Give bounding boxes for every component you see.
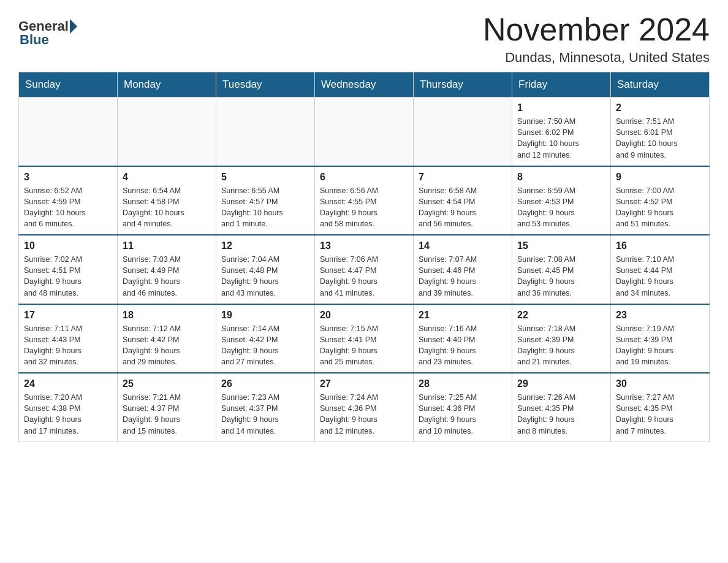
day-info: Sunrise: 7:02 AM Sunset: 4:51 PM Dayligh…: [24, 254, 112, 299]
day-info: Sunrise: 7:07 AM Sunset: 4:46 PM Dayligh…: [419, 254, 507, 299]
day-info: Sunrise: 7:24 AM Sunset: 4:36 PM Dayligh…: [320, 392, 408, 437]
day-number: 4: [123, 172, 211, 183]
day-number: 15: [517, 240, 605, 251]
calendar-day-cell: 21Sunrise: 7:16 AM Sunset: 4:40 PM Dayli…: [414, 304, 512, 373]
calendar-week-row: 17Sunrise: 7:11 AM Sunset: 4:43 PM Dayli…: [19, 304, 710, 373]
calendar-day-cell: 26Sunrise: 7:23 AM Sunset: 4:37 PM Dayli…: [216, 373, 315, 442]
day-info: Sunrise: 7:06 AM Sunset: 4:47 PM Dayligh…: [320, 254, 408, 299]
calendar-day-cell: 22Sunrise: 7:18 AM Sunset: 4:39 PM Dayli…: [512, 304, 611, 373]
calendar-day-cell: 14Sunrise: 7:07 AM Sunset: 4:46 PM Dayli…: [414, 235, 512, 304]
calendar-day-cell: [216, 98, 315, 166]
calendar-day-cell: [315, 98, 414, 166]
day-number: 5: [221, 172, 309, 183]
page-header: General Blue November 2024 Dundas, Minne…: [18, 12, 710, 66]
calendar-week-row: 1Sunrise: 7:50 AM Sunset: 6:02 PM Daylig…: [19, 98, 710, 166]
day-number: 28: [419, 378, 507, 389]
day-number: 19: [221, 310, 309, 321]
weekday-header-sunday: Sunday: [19, 72, 118, 98]
day-number: 9: [616, 172, 704, 183]
day-number: 11: [123, 240, 211, 251]
day-info: Sunrise: 7:12 AM Sunset: 4:42 PM Dayligh…: [123, 323, 211, 368]
calendar-day-cell: 8Sunrise: 6:59 AM Sunset: 4:53 PM Daylig…: [512, 166, 611, 236]
day-number: 7: [419, 172, 507, 183]
day-number: 29: [517, 378, 605, 389]
weekday-header-monday: Monday: [118, 72, 216, 98]
day-info: Sunrise: 7:19 AM Sunset: 4:39 PM Dayligh…: [616, 323, 704, 368]
calendar-table: SundayMondayTuesdayWednesdayThursdayFrid…: [18, 72, 710, 442]
day-number: 2: [616, 102, 704, 113]
calendar-subtitle: Dundas, Minnesota, United States: [483, 50, 710, 66]
calendar-day-cell: 24Sunrise: 7:20 AM Sunset: 4:38 PM Dayli…: [19, 373, 118, 442]
calendar-day-cell: [118, 98, 216, 166]
day-info: Sunrise: 6:54 AM Sunset: 4:58 PM Dayligh…: [123, 185, 211, 230]
calendar-day-cell: 1Sunrise: 7:50 AM Sunset: 6:02 PM Daylig…: [512, 98, 611, 166]
weekday-header-saturday: Saturday: [611, 72, 710, 98]
day-info: Sunrise: 7:51 AM Sunset: 6:01 PM Dayligh…: [616, 116, 704, 161]
day-info: Sunrise: 7:20 AM Sunset: 4:38 PM Dayligh…: [24, 392, 112, 437]
calendar-day-cell: 3Sunrise: 6:52 AM Sunset: 4:59 PM Daylig…: [19, 166, 118, 236]
day-info: Sunrise: 7:15 AM Sunset: 4:41 PM Dayligh…: [320, 323, 408, 368]
day-info: Sunrise: 6:56 AM Sunset: 4:55 PM Dayligh…: [320, 185, 408, 230]
calendar-day-cell: [414, 98, 512, 166]
day-info: Sunrise: 7:16 AM Sunset: 4:40 PM Dayligh…: [419, 323, 507, 368]
calendar-day-cell: 13Sunrise: 7:06 AM Sunset: 4:47 PM Dayli…: [315, 235, 414, 304]
day-number: 27: [320, 378, 408, 389]
calendar-day-cell: 4Sunrise: 6:54 AM Sunset: 4:58 PM Daylig…: [118, 166, 216, 236]
day-info: Sunrise: 7:26 AM Sunset: 4:35 PM Dayligh…: [517, 392, 605, 437]
calendar-day-cell: 2Sunrise: 7:51 AM Sunset: 6:01 PM Daylig…: [611, 98, 710, 166]
calendar-day-cell: 5Sunrise: 6:55 AM Sunset: 4:57 PM Daylig…: [216, 166, 315, 236]
logo-arrow-icon: [70, 19, 77, 34]
day-number: 14: [419, 240, 507, 251]
calendar-day-cell: 12Sunrise: 7:04 AM Sunset: 4:48 PM Dayli…: [216, 235, 315, 304]
day-number: 23: [616, 310, 704, 321]
day-number: 17: [24, 310, 112, 321]
day-info: Sunrise: 7:27 AM Sunset: 4:35 PM Dayligh…: [616, 392, 704, 437]
calendar-day-cell: 7Sunrise: 6:58 AM Sunset: 4:54 PM Daylig…: [414, 166, 512, 236]
title-block: November 2024 Dundas, Minnesota, United …: [483, 12, 710, 66]
calendar-day-cell: 16Sunrise: 7:10 AM Sunset: 4:44 PM Dayli…: [611, 235, 710, 304]
day-info: Sunrise: 7:11 AM Sunset: 4:43 PM Dayligh…: [24, 323, 112, 368]
calendar-day-cell: 15Sunrise: 7:08 AM Sunset: 4:45 PM Dayli…: [512, 235, 611, 304]
day-number: 26: [221, 378, 309, 389]
calendar-day-cell: 11Sunrise: 7:03 AM Sunset: 4:49 PM Dayli…: [118, 235, 216, 304]
day-info: Sunrise: 7:50 AM Sunset: 6:02 PM Dayligh…: [517, 116, 605, 161]
calendar-day-cell: 9Sunrise: 7:00 AM Sunset: 4:52 PM Daylig…: [611, 166, 710, 236]
calendar-day-cell: 27Sunrise: 7:24 AM Sunset: 4:36 PM Dayli…: [315, 373, 414, 442]
day-info: Sunrise: 7:23 AM Sunset: 4:37 PM Dayligh…: [221, 392, 309, 437]
day-info: Sunrise: 7:25 AM Sunset: 4:36 PM Dayligh…: [419, 392, 507, 437]
day-number: 12: [221, 240, 309, 251]
day-info: Sunrise: 7:00 AM Sunset: 4:52 PM Dayligh…: [616, 185, 704, 230]
weekday-header-thursday: Thursday: [414, 72, 512, 98]
calendar-day-cell: 25Sunrise: 7:21 AM Sunset: 4:37 PM Dayli…: [118, 373, 216, 442]
weekday-header-friday: Friday: [512, 72, 611, 98]
calendar-day-cell: 29Sunrise: 7:26 AM Sunset: 4:35 PM Dayli…: [512, 373, 611, 442]
day-number: 18: [123, 310, 211, 321]
day-number: 10: [24, 240, 112, 251]
logo: General Blue: [18, 18, 78, 48]
day-info: Sunrise: 6:59 AM Sunset: 4:53 PM Dayligh…: [517, 185, 605, 230]
day-number: 8: [517, 172, 605, 183]
weekday-header-tuesday: Tuesday: [216, 72, 315, 98]
day-number: 21: [419, 310, 507, 321]
day-info: Sunrise: 7:08 AM Sunset: 4:45 PM Dayligh…: [517, 254, 605, 299]
day-number: 13: [320, 240, 408, 251]
day-number: 30: [616, 378, 704, 389]
calendar-day-cell: 23Sunrise: 7:19 AM Sunset: 4:39 PM Dayli…: [611, 304, 710, 373]
day-info: Sunrise: 6:58 AM Sunset: 4:54 PM Dayligh…: [419, 185, 507, 230]
day-info: Sunrise: 7:04 AM Sunset: 4:48 PM Dayligh…: [221, 254, 309, 299]
calendar-day-cell: 6Sunrise: 6:56 AM Sunset: 4:55 PM Daylig…: [315, 166, 414, 236]
day-number: 6: [320, 172, 408, 183]
calendar-day-cell: 17Sunrise: 7:11 AM Sunset: 4:43 PM Dayli…: [19, 304, 118, 373]
weekday-header-wednesday: Wednesday: [315, 72, 414, 98]
day-number: 20: [320, 310, 408, 321]
calendar-week-row: 24Sunrise: 7:20 AM Sunset: 4:38 PM Dayli…: [19, 373, 710, 442]
calendar-week-row: 10Sunrise: 7:02 AM Sunset: 4:51 PM Dayli…: [19, 235, 710, 304]
calendar-day-cell: 20Sunrise: 7:15 AM Sunset: 4:41 PM Dayli…: [315, 304, 414, 373]
day-info: Sunrise: 6:52 AM Sunset: 4:59 PM Dayligh…: [24, 185, 112, 230]
weekday-header-row: SundayMondayTuesdayWednesdayThursdayFrid…: [19, 72, 710, 98]
day-info: Sunrise: 6:55 AM Sunset: 4:57 PM Dayligh…: [221, 185, 309, 230]
calendar-day-cell: 18Sunrise: 7:12 AM Sunset: 4:42 PM Dayli…: [118, 304, 216, 373]
logo-blue-text: Blue: [20, 32, 49, 48]
day-info: Sunrise: 7:18 AM Sunset: 4:39 PM Dayligh…: [517, 323, 605, 368]
day-info: Sunrise: 7:03 AM Sunset: 4:49 PM Dayligh…: [123, 254, 211, 299]
